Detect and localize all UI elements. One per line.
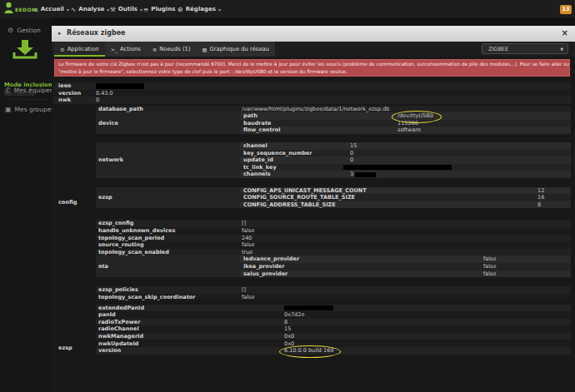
table-row: CONFIG_APS_UNICAST_MESSAGE_COUNT 12 bbox=[240, 187, 571, 195]
row-key: ezsp_config bbox=[98, 220, 133, 227]
row-key: CONFIG_SOURCE_ROUTE_TABLE_SIZE bbox=[243, 194, 355, 201]
row-key: version bbox=[98, 347, 121, 355]
row-value: 0x0 bbox=[284, 333, 294, 340]
row-value: false bbox=[483, 256, 496, 263]
row-key: topology_scan_period bbox=[98, 235, 164, 242]
table-row: nwk 0 bbox=[53, 97, 571, 104]
row-key: panId bbox=[98, 311, 116, 319]
notification-badge[interactable]: 13 bbox=[560, 5, 572, 14]
row-value: /var/www/html/plugins/zigbee/data/1/netw… bbox=[242, 106, 389, 113]
row-value: false bbox=[242, 294, 254, 301]
row-value: 15 bbox=[350, 142, 357, 150]
group-label-ota: ota bbox=[98, 263, 108, 270]
row-value: false bbox=[483, 263, 496, 270]
menu-label: Plugins bbox=[151, 6, 175, 12]
row-key: database_path bbox=[98, 106, 143, 113]
tab-actions[interactable]: >_ Actions bbox=[105, 42, 147, 57]
row-key: flow_control bbox=[243, 127, 281, 134]
redaction-extended-panid bbox=[284, 305, 333, 311]
row-key: version bbox=[58, 90, 81, 97]
sidebar: ⚙ Gestion Mode inclusion Recherche ✆ Mes… bbox=[0, 18, 52, 392]
redaction-tc-link-key bbox=[343, 165, 452, 171]
table-row: topology_scan_period 240 bbox=[96, 235, 571, 242]
row-key: radioChannel bbox=[98, 325, 139, 333]
table-row: ledvance_provider false bbox=[240, 256, 571, 263]
panel-header: ▸ Réseaux zigbee × bbox=[52, 26, 575, 42]
firmware-warning-banner: Le firmware de votre clé Zigbee n'est pa… bbox=[54, 59, 570, 77]
row-key: ledvance_provider bbox=[243, 256, 299, 263]
table-row: channel 15 bbox=[240, 142, 571, 150]
row-key: baudrate bbox=[243, 120, 271, 127]
table-row: panId 0x7d2e bbox=[96, 311, 571, 319]
table-row: extendedPanId bbox=[96, 305, 571, 312]
tab-graphique[interactable]: ▦ Graphique du réseau bbox=[197, 42, 275, 57]
menu-analyse[interactable]: ∿ Analyse ▾ bbox=[71, 0, 109, 18]
group-label-ezsp-config: ezsp bbox=[98, 194, 112, 201]
row-key: update_id bbox=[243, 156, 273, 164]
tab-label: Noeuds (1) bbox=[159, 46, 190, 52]
tab-application[interactable]: ⚙ Application bbox=[54, 42, 105, 57]
analyse-icon: ∿ bbox=[71, 6, 76, 13]
row-key: ieee bbox=[58, 82, 71, 90]
tab-noeuds[interactable]: ⊕ Noeuds (1) bbox=[147, 42, 197, 57]
table-row: key_sequence_number 0 bbox=[240, 150, 571, 157]
row-value: 16 bbox=[538, 194, 544, 201]
home-icon: ⌂ bbox=[34, 6, 38, 13]
group-label-ezsp: ezsp bbox=[58, 345, 72, 351]
row-key: channel bbox=[243, 142, 268, 150]
group-label-device: device bbox=[98, 120, 118, 127]
table-row: database_path /var/www/html/plugins/zigb… bbox=[96, 106, 571, 113]
jeedom-logo[interactable]: EEDOM bbox=[3, 2, 37, 14]
menu-label: Réglages bbox=[186, 6, 216, 12]
tab-label: Actions bbox=[120, 46, 141, 52]
redaction-ieee bbox=[96, 83, 144, 89]
chevron-down-icon: ▾ bbox=[107, 7, 109, 12]
highlight-ellipse-port bbox=[392, 111, 442, 123]
jeedom-screen: EEDOM ⌂ Accueil ▾ ∿ Analyse ▾ ⚒ Outils ▾… bbox=[0, 0, 575, 392]
table-row: radioChannel 15 bbox=[96, 325, 571, 333]
table-row: source_routing false bbox=[96, 241, 571, 249]
tab-bar: ⚙ Application >_ Actions ⊕ Noeuds (1) ▦ … bbox=[52, 42, 575, 57]
menu-accueil[interactable]: ⌂ Accueil ▾ bbox=[34, 0, 69, 18]
network-select[interactable]: ZIGBEE ▼ bbox=[482, 43, 568, 54]
row-value: 12 bbox=[538, 187, 544, 195]
jeedom-logo-icon bbox=[3, 2, 14, 14]
inclusion-download-icon[interactable] bbox=[12, 39, 38, 59]
row-key: path bbox=[243, 112, 258, 120]
row-value: 8 bbox=[284, 319, 288, 326]
warning-line-2: "mettre à jour le firmware", selectionne… bbox=[58, 68, 566, 76]
menu-plugins[interactable]: ≡ Plugins ▾ bbox=[143, 0, 180, 18]
table-row: salus_provider false bbox=[240, 270, 571, 278]
tools-icon: ⚒ bbox=[110, 6, 116, 13]
menu-label: Accueil bbox=[41, 6, 64, 12]
row-value: 0x7d2e bbox=[284, 311, 304, 319]
menu-reglages[interactable]: ⚙ Réglages ▾ bbox=[178, 0, 221, 18]
row-value: false bbox=[483, 270, 496, 278]
collapse-arrow-icon[interactable]: ▸ bbox=[58, 30, 62, 37]
menu-outils[interactable]: ⚒ Outils ▾ bbox=[110, 0, 142, 18]
row-value: 8 bbox=[538, 201, 541, 209]
row-value: 3 bbox=[350, 171, 353, 178]
row-key: nwkUpdateId bbox=[98, 340, 139, 348]
row-value: [] bbox=[242, 220, 246, 227]
row-key: radioTxPower bbox=[98, 319, 140, 326]
table-row: CONFIG_ADDRESS_TABLE_SIZE 8 bbox=[240, 201, 571, 209]
table-row: nwkManagerId 0x0 bbox=[96, 333, 571, 340]
row-key: source_routing bbox=[98, 241, 144, 249]
row-key: channels bbox=[243, 171, 271, 178]
row-value: software bbox=[398, 127, 421, 134]
row-key: ikea_provider bbox=[243, 263, 284, 270]
group-label-config: config bbox=[58, 199, 77, 206]
row-key: handle_unknown_devices bbox=[98, 227, 175, 235]
row-key: key_sequence_number bbox=[243, 150, 312, 157]
table-row: ikea_provider false bbox=[240, 263, 571, 270]
sidebar-item-gestion[interactable]: ⚙ Gestion bbox=[8, 27, 41, 34]
row-key: topology_scan_enabled bbox=[98, 249, 169, 256]
table-row: topology_scan_enabled true bbox=[96, 249, 571, 256]
row-key: nwk bbox=[58, 97, 71, 104]
close-icon[interactable]: × bbox=[562, 28, 568, 37]
table-row: CONFIG_SOURCE_ROUTE_TABLE_SIZE 16 bbox=[240, 194, 571, 201]
network-select-value: ZIGBEE bbox=[488, 46, 508, 52]
row-value: 0.43.0 bbox=[96, 90, 113, 97]
chevron-down-icon: ▾ bbox=[67, 7, 69, 12]
